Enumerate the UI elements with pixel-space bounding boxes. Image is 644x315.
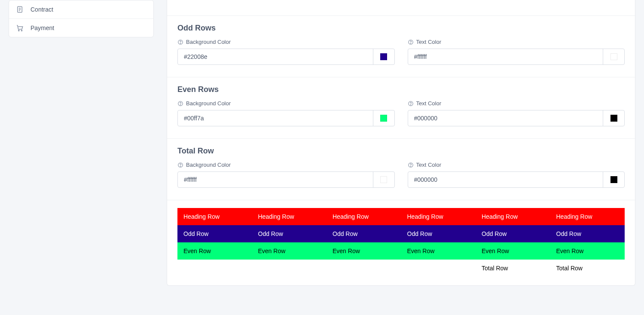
svg-point-2 xyxy=(21,30,22,31)
preview-odd-cell: Odd Row xyxy=(252,225,327,242)
color-swatch xyxy=(380,176,387,183)
odd-bg-input[interactable] xyxy=(178,49,373,64)
svg-point-10 xyxy=(410,104,411,105)
color-swatch xyxy=(610,115,617,122)
even-text-input[interactable] xyxy=(408,110,603,126)
even-text-group: Text Color xyxy=(408,100,625,126)
field-label: Text Color xyxy=(416,39,442,45)
svg-point-4 xyxy=(180,43,181,43)
preview-even-cell: Even Row xyxy=(177,242,252,260)
preview-table: Heading Row Heading Row Heading Row Head… xyxy=(177,208,625,277)
preview-odd-cell: Odd Row xyxy=(327,225,401,242)
help-icon[interactable] xyxy=(408,162,414,168)
sidebar-item-label: Contract xyxy=(31,6,53,13)
preview-even-cell: Even Row xyxy=(476,242,550,260)
preview-odd-cell: Odd Row xyxy=(177,225,252,242)
help-icon[interactable] xyxy=(177,162,183,168)
help-icon[interactable] xyxy=(408,101,414,107)
sidebar-item-label: Payment xyxy=(31,24,54,31)
preview-even-cell: Even Row xyxy=(252,242,327,260)
field-label: Background Color xyxy=(186,162,231,168)
total-text-swatch-button[interactable] xyxy=(603,172,624,187)
even-bg-group: Background Color xyxy=(177,100,395,126)
preview-total-cell: Total Row xyxy=(550,260,625,277)
color-swatch xyxy=(380,115,387,122)
help-icon[interactable] xyxy=(177,39,183,45)
odd-text-swatch-button[interactable] xyxy=(603,49,624,64)
color-swatch xyxy=(610,53,617,60)
preview-section: Heading Row Heading Row Heading Row Head… xyxy=(167,200,635,277)
total-bg-input[interactable] xyxy=(178,172,373,187)
section-odd-rows: Odd Rows Background Color xyxy=(167,15,635,77)
sidebar-item-contract[interactable]: Contract xyxy=(9,0,153,18)
section-even-rows: Even Rows Background Color xyxy=(167,77,635,138)
even-bg-swatch-button[interactable] xyxy=(373,110,394,126)
svg-point-1 xyxy=(18,30,19,31)
preview-heading-cell: Heading Row xyxy=(327,208,401,225)
preview-total-cell: Total Row xyxy=(476,260,550,277)
preview-heading-row: Heading Row Heading Row Heading Row Head… xyxy=(177,208,625,225)
odd-bg-swatch-button[interactable] xyxy=(373,49,394,64)
field-label: Text Color xyxy=(416,162,442,168)
contract-icon xyxy=(16,6,24,13)
preview-heading-cell: Heading Row xyxy=(177,208,252,225)
preview-even-cell: Even Row xyxy=(401,242,476,260)
field-label: Background Color xyxy=(186,39,231,45)
preview-even-cell: Even Row xyxy=(327,242,401,260)
section-title: Even Rows xyxy=(177,85,625,94)
total-text-group: Text Color xyxy=(408,162,625,188)
color-swatch xyxy=(610,176,617,183)
help-icon[interactable] xyxy=(408,39,414,45)
preview-heading-cell: Heading Row xyxy=(252,208,327,225)
total-bg-swatch-button[interactable] xyxy=(373,172,394,187)
even-text-swatch-button[interactable] xyxy=(603,110,624,126)
color-swatch xyxy=(380,53,387,60)
svg-point-12 xyxy=(180,166,181,166)
odd-text-group: Text Color xyxy=(408,39,625,65)
preview-odd-cell: Odd Row xyxy=(401,225,476,242)
preview-odd-row: Odd Row Odd Row Odd Row Odd Row Odd Row … xyxy=(177,225,625,242)
preview-heading-cell: Heading Row xyxy=(476,208,550,225)
sidebar-item-payment[interactable]: Payment xyxy=(9,18,153,37)
section-title: Odd Rows xyxy=(177,24,625,33)
preview-odd-cell: Odd Row xyxy=(550,225,625,242)
svg-point-6 xyxy=(410,43,411,43)
total-text-input[interactable] xyxy=(408,172,603,187)
total-bg-group: Background Color xyxy=(177,162,395,188)
section-title: Total Row xyxy=(177,147,625,156)
preview-odd-cell: Odd Row xyxy=(476,225,550,242)
preview-even-cell: Even Row xyxy=(550,242,625,260)
main-panel: Odd Rows Background Color xyxy=(167,0,635,286)
odd-bg-group: Background Color xyxy=(177,39,395,65)
odd-text-input[interactable] xyxy=(408,49,603,64)
section-total-row: Total Row Background Color xyxy=(167,138,635,200)
field-label: Text Color xyxy=(416,100,442,107)
cart-icon xyxy=(16,24,24,32)
sidebar: Contract Payment xyxy=(9,0,154,37)
preview-even-row: Even Row Even Row Even Row Even Row Even… xyxy=(177,242,625,260)
even-bg-input[interactable] xyxy=(178,110,373,126)
preview-total-row: Total Row Total Row xyxy=(177,260,625,277)
preview-heading-cell: Heading Row xyxy=(550,208,625,225)
preview-heading-cell: Heading Row xyxy=(401,208,476,225)
field-label: Background Color xyxy=(186,100,231,107)
help-icon[interactable] xyxy=(177,101,183,107)
svg-point-8 xyxy=(180,104,181,105)
svg-point-14 xyxy=(410,166,411,166)
